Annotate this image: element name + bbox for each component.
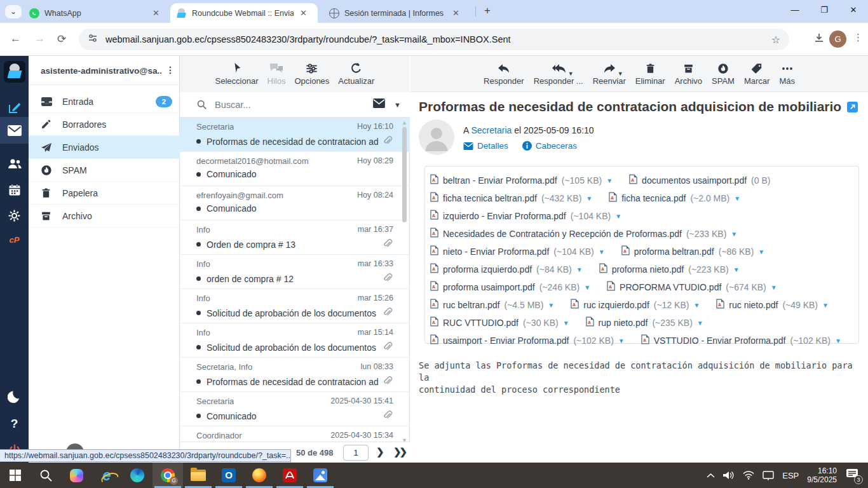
rail-help-icon[interactable]: ? [0,410,29,437]
attachment-link[interactable]: A VSTTUDIO - Enviar Proforma.pdf (~102 K… [641,334,841,347]
attachment-menu-icon[interactable]: ▼ [576,266,583,273]
forward-icon[interactable]: → [34,32,45,45]
toolbar-button-archive[interactable]: Archivo [675,61,702,92]
taskbar-ie-icon[interactable]: e [92,463,122,488]
next-page-icon[interactable]: ❯ [376,446,384,458]
folder-borradores[interactable]: Borradores [29,113,180,136]
attachment-link[interactable]: A nieto - Enviar Proforma.pdf (~104 KB) … [430,245,605,258]
toolbar-button-cursor[interactable]: Seleccionar [215,61,259,92]
taskbar-copilot-icon[interactable] [61,463,92,488]
message-row[interactable]: Secretaria, Info lun 08:33 Proformas de … [180,358,410,392]
attachment-menu-icon[interactable]: ▼ [733,266,740,273]
attachment-menu-icon[interactable]: ▼ [563,320,569,327]
taskbar-start-icon[interactable] [0,463,31,488]
recipient-link[interactable]: Secretaria [471,125,512,135]
search-input[interactable] [215,100,373,110]
attachment-link[interactable]: A ficha tecnica beltran.pdf (~432 KB) ▼ [430,192,592,205]
attachment-link[interactable]: A ruc beltran.pdf (~4.5 MB) ▼ [430,299,554,311]
headers-link[interactable]: Cabeceras [522,141,577,151]
close-icon[interactable]: ✕ [153,8,159,18]
toolbar-button-reply[interactable]: Responder [484,61,524,92]
rail-contacts-icon[interactable] [0,150,29,177]
url-text[interactable]: webmail.sanjuan.gob.ec/cpsess8502483230/… [105,34,771,44]
attachment-menu-icon[interactable]: ▼ [586,195,592,202]
folder-papelera[interactable]: Papelera [29,182,180,205]
taskbar-edge-icon[interactable] [122,463,153,488]
rail-cpanel-icon[interactable]: cP [0,226,29,253]
rail-calendar-icon[interactable] [0,177,29,203]
message-row[interactable]: Coordinador 2025-04-30 15:34 [180,426,410,443]
message-row[interactable]: Secretaria 2025-04-30 15:41 Comunicado [180,392,410,426]
attachment-link[interactable]: A ruc izquierdo.pdf (~12 KB) ▼ [571,299,700,311]
taskbar-photos-icon[interactable] [305,463,336,488]
message-row[interactable]: Info mar 16:33 orden de compra # 12 [180,255,410,289]
details-link[interactable]: Detalles [463,141,508,151]
attachment-link[interactable]: A proforma izquierdo.pdf (~84 KB) ▼ [430,263,583,276]
clock[interactable]: 16:10 9/5/2025 [807,466,837,484]
attachment-link[interactable]: A usaimport - Enviar Proforma.pdf (~102 … [430,334,625,347]
attachment-link[interactable]: A proforma beltran.pdf (~86 KB) ▼ [621,245,765,258]
attachment-menu-icon[interactable]: ▼ [731,231,737,238]
attachment-menu-icon[interactable]: ▼ [822,302,829,309]
toolbar-button-threads[interactable]: Hilos [268,61,286,92]
bookmark-icon[interactable]: ☆ [771,34,780,46]
attachment-link[interactable]: A rup nieto.pdf (~235 KB) ▼ [586,316,703,329]
page-input[interactable] [343,445,369,461]
tab-search-icon[interactable]: ⌄ [5,5,22,18]
attachment-link[interactable]: A Necesidades de Contratación y Recepció… [430,227,737,240]
attachment-link[interactable]: A PROFORMA VTUDIO.pdf (~674 KB) ▼ [607,281,777,294]
open-in-new-window-icon[interactable] [847,102,858,112]
attachment-menu-icon[interactable]: ▼ [693,302,700,309]
list-scrollbar[interactable] [402,127,407,222]
reload-icon[interactable]: ⟳ [57,32,66,46]
toolbar-button-more[interactable]: Más [779,61,795,92]
attachment-link[interactable]: A documentos usaimport.pdf (0 B) [629,174,770,187]
attachment-menu-icon[interactable]: ▼ [548,302,554,309]
scroll-up-icon[interactable]: ▲ [402,119,407,126]
rail-mail-icon[interactable] [0,117,29,144]
taskbar-explorer-icon[interactable] [183,463,214,488]
attachment-link[interactable]: A ruc nieto.pdf (~49 KB) ▼ [716,299,829,311]
toolbar-button-trash[interactable]: Eliminar [635,61,665,92]
rail-settings-icon[interactable] [0,202,29,229]
profile-avatar[interactable]: G [829,30,846,48]
message-row[interactable]: decormetal2016@hotmail.com Hoy 08:29 Com… [180,152,410,186]
toolbar-button-tag[interactable]: Marcar [744,61,770,92]
back-icon[interactable]: ← [10,32,21,45]
close-window-button[interactable]: ✕ [839,0,868,22]
rail-moon-icon[interactable] [0,384,29,410]
attachment-link[interactable]: A izquierdo - Enviar Proforma.pdf (~104 … [430,210,621,222]
attachment-link[interactable]: A RUC VTTUDIO.pdf (~30 KB) ▼ [430,316,569,329]
message-row[interactable]: Info mar 16:37 Orden de compra # 13 [180,220,410,255]
site-settings-icon[interactable] [88,33,98,46]
folder-enviados[interactable]: Enviados [29,136,180,159]
message-row[interactable]: Info mar 15:26 Solicitud de aprobación d… [180,289,410,323]
attachment-menu-icon[interactable]: ▼ [584,284,590,291]
rail-roundcube-logo-icon[interactable] [0,58,29,85]
attachment-menu-icon[interactable]: ▼ [599,248,605,255]
taskbar-chrome-icon[interactable]: G [153,463,183,488]
message-row[interactable]: Secretaria Hoy 16:10 Proformas de necesi… [180,118,410,152]
restore-button[interactable]: ❐ [810,0,839,22]
attachment-menu-icon[interactable]: ▼ [771,284,777,291]
taskbar-search-icon[interactable] [31,463,61,488]
notification-center-icon[interactable]: 3 [845,468,862,483]
attachment-link[interactable]: A beltran - Enviar Proforma.pdf (~105 KB… [430,174,613,187]
tab-roundcube[interactable]: Roundcube Webmail :: Enviados ✕ [170,3,318,23]
volume-icon[interactable] [723,471,735,480]
tray-expand-icon[interactable] [707,473,715,478]
toolbar-button-forward[interactable]: ▼ Reenviar [593,61,626,92]
download-icon[interactable] [813,32,825,47]
toolbar-button-flame[interactable]: SPAM [712,61,735,92]
attachment-link[interactable]: A ficha tecnica.pdf (~2.0 MB) ▼ [609,192,740,205]
wifi-icon[interactable] [743,471,754,480]
display-connect-icon[interactable] [763,471,774,480]
close-icon[interactable]: ✕ [452,8,459,18]
taskbar-firefox-icon[interactable] [244,463,275,488]
folder-archivo[interactable]: Archivo [29,205,180,227]
message-row[interactable]: efrenfoyain@gmail.com Hoy 08:24 Comunica… [180,186,410,220]
tab-whatsapp[interactable]: WhatsApp ✕ [23,3,168,23]
folder-entrada[interactable]: Entrada2 [29,90,180,113]
close-icon[interactable]: ✕ [300,8,307,18]
account-menu-icon[interactable]: ⋮ [166,65,175,75]
